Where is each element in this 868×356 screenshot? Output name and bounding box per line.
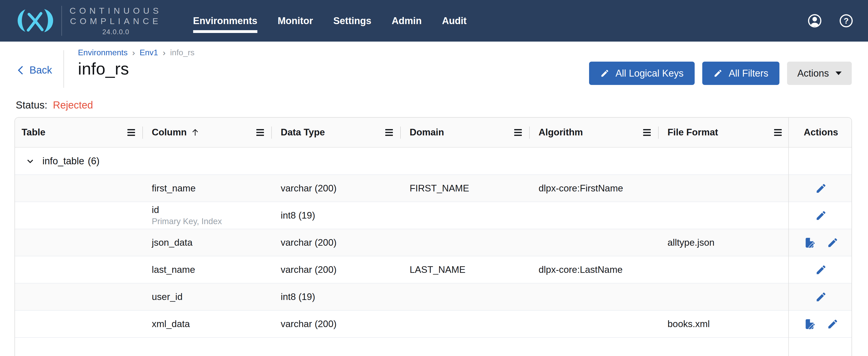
cell-file-format xyxy=(658,202,789,229)
all-logical-keys-label: All Logical Keys xyxy=(616,68,683,79)
hamburger-icon[interactable] xyxy=(514,128,522,137)
table-row: id Primary Key, Index int8 (19) xyxy=(15,202,851,229)
cell-domain xyxy=(401,202,529,229)
hamburger-icon[interactable] xyxy=(256,128,264,137)
cell-column-subtitle: Primary Key, Index xyxy=(152,217,272,226)
delphix-logo-icon xyxy=(16,5,54,36)
pencil-icon[interactable] xyxy=(815,209,827,222)
pencil-icon[interactable] xyxy=(815,182,827,194)
file-edit-icon[interactable] xyxy=(803,318,815,330)
nav-item-admin[interactable]: Admin xyxy=(392,15,422,26)
cell-algorithm xyxy=(529,283,658,310)
hamburger-icon[interactable] xyxy=(643,128,651,137)
column-header-algorithm[interactable]: Algorithm xyxy=(529,118,658,147)
cell-file-format xyxy=(658,256,789,283)
cell-file-format xyxy=(658,175,789,202)
group-count: (6) xyxy=(88,156,99,167)
brand-text: CONTINUOUS COMPLIANCE 24.0.0.0 xyxy=(69,6,162,36)
cell-column: id Primary Key, Index xyxy=(143,202,272,229)
cell-column: xml_data xyxy=(143,311,272,337)
column-header-file-format[interactable]: File Format xyxy=(658,118,789,147)
cell-actions xyxy=(789,283,852,310)
table-row: last_name varchar (200) LAST_NAME dlpx-c… xyxy=(15,256,851,283)
cell-data-type: varchar (200) xyxy=(272,311,401,337)
cell-column: user_id xyxy=(143,283,272,310)
page-title: info_rs xyxy=(78,59,194,78)
breadcrumb: Environments › Env1 › info_rs xyxy=(78,48,194,58)
chevron-down-icon[interactable] xyxy=(25,156,35,166)
all-logical-keys-button[interactable]: All Logical Keys xyxy=(589,62,695,85)
column-header-data-type[interactable]: Data Type xyxy=(272,118,401,147)
cell-column: first_name xyxy=(143,175,272,202)
nav-item-monitor[interactable]: Monitor xyxy=(278,15,313,26)
column-header-actions: Actions xyxy=(789,118,852,147)
nav-item-settings[interactable]: Settings xyxy=(333,15,371,26)
nav-links: Environments Monitor Settings Admin Audi… xyxy=(193,15,467,26)
status-label: Status: xyxy=(16,99,48,111)
arrow-up-icon xyxy=(190,128,200,137)
table-row: first_name varchar (200) FIRST_NAME dlpx… xyxy=(15,175,851,202)
pencil-icon[interactable] xyxy=(815,291,827,303)
cell-data-type: varchar (200) xyxy=(272,175,401,202)
nav-item-environments[interactable]: Environments xyxy=(193,15,257,26)
nav-item-audit[interactable]: Audit xyxy=(442,15,466,26)
top-navbar: CONTINUOUS COMPLIANCE 24.0.0.0 Environme… xyxy=(0,0,868,42)
cell-actions xyxy=(789,175,852,202)
group-label: info_table (6) xyxy=(42,156,99,167)
cell-file-format: books.xml xyxy=(658,311,789,337)
cell-algorithm: dlpx-core:FirstName xyxy=(529,175,658,202)
cell-file-format xyxy=(658,283,789,310)
header-block: Environments › Env1 › info_rs info_rs xyxy=(78,48,194,78)
status-line: Status: Rejected xyxy=(16,99,93,111)
table-group-row[interactable]: info_table (6) xyxy=(15,148,851,175)
file-edit-icon[interactable] xyxy=(803,237,815,249)
columns-table: Table Column Data Type Domain Algorithm xyxy=(14,117,852,356)
nav-right: ? xyxy=(808,14,853,28)
hamburger-icon[interactable] xyxy=(774,128,782,137)
brand-line2: COMPLIANCE xyxy=(70,16,162,26)
table-header-row: Table Column Data Type Domain Algorithm xyxy=(15,118,851,148)
all-filters-button[interactable]: All Filters xyxy=(702,62,779,85)
status-value: Rejected xyxy=(53,99,93,111)
cell-domain: LAST_NAME xyxy=(401,256,529,283)
hamburger-icon[interactable] xyxy=(127,128,135,137)
breadcrumb-separator: › xyxy=(163,48,165,58)
actions-button[interactable]: Actions xyxy=(787,62,852,85)
pencil-icon[interactable] xyxy=(815,264,827,276)
brand-version: 24.0.0.0 xyxy=(102,28,129,36)
back-button[interactable]: Back xyxy=(16,64,52,76)
cell-domain xyxy=(401,283,529,310)
cell-algorithm xyxy=(529,311,658,337)
breadcrumb-separator: › xyxy=(132,48,135,58)
cell-algorithm xyxy=(529,202,658,229)
cell-actions xyxy=(789,256,852,283)
table-row: xml_data varchar (200) books.xml xyxy=(15,311,851,338)
breadcrumb-environments[interactable]: Environments xyxy=(78,48,128,57)
breadcrumb-env1[interactable]: Env1 xyxy=(140,48,158,57)
hamburger-icon[interactable] xyxy=(385,128,393,137)
pencil-icon xyxy=(600,69,609,78)
cell-data-type: int8 (19) xyxy=(272,202,401,229)
column-header-domain[interactable]: Domain xyxy=(401,118,529,147)
column-header-table[interactable]: Table xyxy=(15,118,143,147)
group-name: info_table xyxy=(42,156,84,167)
column-header-column[interactable]: Column xyxy=(143,118,272,147)
cell-actions xyxy=(789,229,852,256)
pencil-icon[interactable] xyxy=(827,318,839,330)
help-icon[interactable]: ? xyxy=(839,14,853,28)
cell-domain xyxy=(401,311,529,337)
table-row: user_id int8 (19) xyxy=(15,283,851,311)
cell-column: json_data xyxy=(143,229,272,256)
chevron-left-icon xyxy=(16,65,25,75)
cell-algorithm: dlpx-core:LastName xyxy=(529,256,658,283)
pencil-icon[interactable] xyxy=(827,237,839,249)
back-label: Back xyxy=(29,64,52,76)
brand: CONTINUOUS COMPLIANCE 24.0.0.0 xyxy=(16,5,162,36)
account-icon[interactable] xyxy=(808,14,822,28)
svg-text:?: ? xyxy=(844,16,849,25)
actions-label: Actions xyxy=(797,68,829,79)
breadcrumb-current: info_rs xyxy=(170,48,194,57)
table-row: json_data varchar (200) alltype.json xyxy=(15,229,851,256)
actions-column-border xyxy=(788,118,789,356)
pencil-icon xyxy=(713,69,722,78)
